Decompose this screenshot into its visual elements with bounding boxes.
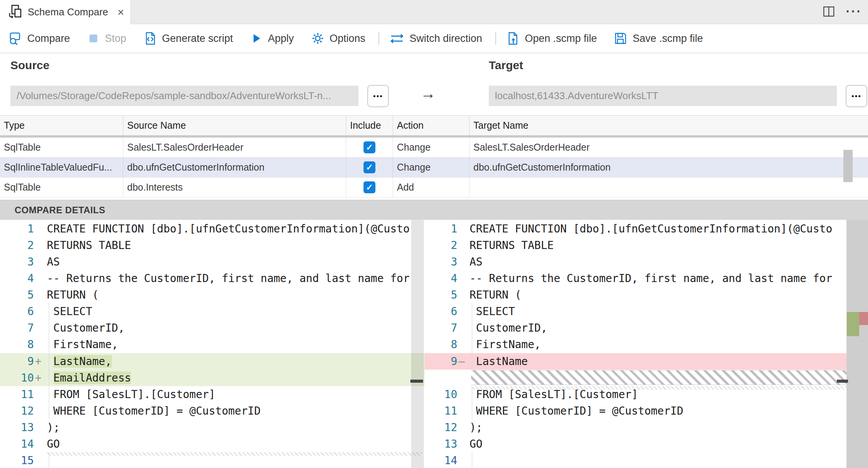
open-scmp-button[interactable]: Open .scmp file [506,32,597,45]
switch-direction-button[interactable]: Switch direction [389,32,482,45]
options-button[interactable]: Options [311,32,365,45]
code-text: CREATE FUNCTION [dbo].[ufnGetCustomerInf… [47,221,425,237]
cell-include: ✓ [346,138,393,157]
include-checkbox[interactable]: ✓ [363,181,375,193]
line-number: 15 [0,452,34,468]
line-number: 11 [0,386,34,403]
code-line: 8 FirstName, [425,336,868,353]
diff-line-marker [34,403,47,419]
stop-button[interactable]: Stop [87,32,126,45]
code-line: 8 FirstName, [0,336,425,353]
include-checkbox[interactable]: ✓ [363,161,375,173]
code-line: 4-- Returns the CustomerID, first name, … [0,270,425,287]
hatched-fill [471,370,846,385]
column-header-include[interactable]: Include [346,116,393,135]
code-text: RETURNS TABLE [470,237,868,254]
table-vertical-scrollbar[interactable] [843,150,853,182]
switch-direction-label: Switch direction [410,33,482,45]
diff-line-marker [457,386,470,403]
apply-button[interactable]: Apply [250,32,294,45]
include-checkbox[interactable]: ✓ [363,141,375,153]
code-text: GO [47,436,425,452]
target-browse-button[interactable]: ••• [846,85,867,107]
source-input[interactable]: /Volumes/Storage/CodeRepos/sample-sandbo… [10,86,358,106]
target-code-pane[interactable]: 1CREATE FUNCTION [dbo].[ufnGetCustomerIn… [425,220,868,468]
diff-line-marker [457,270,470,287]
code-text: RETURNS TABLE [47,237,425,254]
code-line: 15 [0,452,425,468]
open-scmp-label: Open .scmp file [525,33,597,45]
line-number: 10 [425,386,457,403]
diff-line-marker [457,320,470,336]
source-code-pane[interactable]: 1CREATE FUNCTION [dbo].[ufnGetCustomerIn… [0,220,425,468]
line-number: 5 [425,287,457,303]
cell-target-name: dbo.ufnGetCustomerInformation [469,158,868,177]
code-line: 9– LastName [425,353,868,370]
toolbar: Compare Stop Generate script Apply [0,24,868,53]
line-number: 12 [0,403,34,419]
compare-details-bar[interactable]: COMPARE DETAILS [0,200,868,220]
compare-button[interactable]: Compare [8,32,70,45]
code-line: 13GO [425,436,868,452]
diff-line-marker [34,270,47,287]
diff-filler-region [425,370,868,386]
code-text: WHERE [CustomerID] = @CustomerID [47,403,425,419]
code-text: ); [470,419,868,436]
split-editor-icon[interactable] [823,5,835,19]
diff-line-marker [34,320,47,336]
generate-script-label: Generate script [162,33,233,45]
table-row[interactable]: SqlTabledbo.Interests✓Add [0,178,868,197]
code-text: RETURN ( [47,287,425,303]
line-number: 7 [0,320,34,336]
diff-line-marker [34,221,47,237]
connections-section: Source /Volumes/Storage/CodeRepos/sample… [0,53,868,115]
code-line: 14 [425,452,868,468]
stop-icon [87,32,100,45]
cell-target-name: SalesLT.SalesOrderHeader [469,138,868,157]
line-number: 9 [425,353,457,370]
target-input[interactable]: localhost,61433.AdventureWorksLTT [489,86,837,106]
code-text: ); [47,419,425,436]
diff-line-marker [457,287,470,303]
code-line: 5RETURN ( [425,287,868,303]
column-header-target-name[interactable]: Target Name [469,116,868,135]
diff-line-marker [34,436,47,452]
code-line: 5RETURN ( [0,287,425,303]
tab-schema-compare[interactable]: Schema Compare × [0,0,131,24]
code-text: -- Returns the CustomerID, first name, a… [47,270,425,287]
line-number: 8 [425,336,457,353]
overview-ruler-delete-marker [859,312,868,325]
apply-label: Apply [268,33,294,45]
diff-table-body: SqlTableSalesLT.SalesOrderHeader✓ChangeS… [0,138,868,197]
apply-icon [250,32,263,45]
code-text: CustomerID, [47,320,425,336]
cell-source-name: SalesLT.SalesOrderHeader [123,138,346,157]
code-text: CustomerID, [470,320,868,336]
diff-line-marker [457,237,470,254]
diff-line-marker [34,254,47,270]
table-row[interactable]: SqlInlineTableValuedFu...dbo.ufnGetCusto… [0,158,868,178]
save-scmp-button[interactable]: Save .scmp file [614,32,703,45]
cell-action: Change [393,158,469,177]
right-editor-scrollbar[interactable] [846,220,868,468]
column-header-action[interactable]: Action [393,116,469,135]
generate-script-button[interactable]: Generate script [143,32,233,45]
left-editor-scrollbar[interactable] [411,220,424,468]
code-line: 12 WHERE [CustomerID] = @CustomerID [0,403,425,419]
column-header-type[interactable]: Type [0,116,123,135]
code-text: AS [470,254,868,270]
line-number: 6 [425,303,457,320]
cell-action: Change [393,138,469,157]
diff-line-marker [34,336,47,353]
cell-action: Add [393,178,469,197]
table-row[interactable]: SqlTableSalesLT.SalesOrderHeader✓ChangeS… [0,138,868,158]
column-header-source-name[interactable]: Source Name [123,116,346,135]
cell-source-name: dbo.Interests [123,178,346,197]
save-scmp-label: Save .scmp file [632,33,703,45]
code-line: 12); [425,419,868,436]
cell-type: SqlTable [0,138,123,157]
tab-close-icon[interactable]: × [118,7,124,18]
line-number: 3 [0,254,34,270]
source-browse-button[interactable]: ••• [367,85,389,107]
differences-table: Type Source Name Include Action Target N… [0,115,868,200]
